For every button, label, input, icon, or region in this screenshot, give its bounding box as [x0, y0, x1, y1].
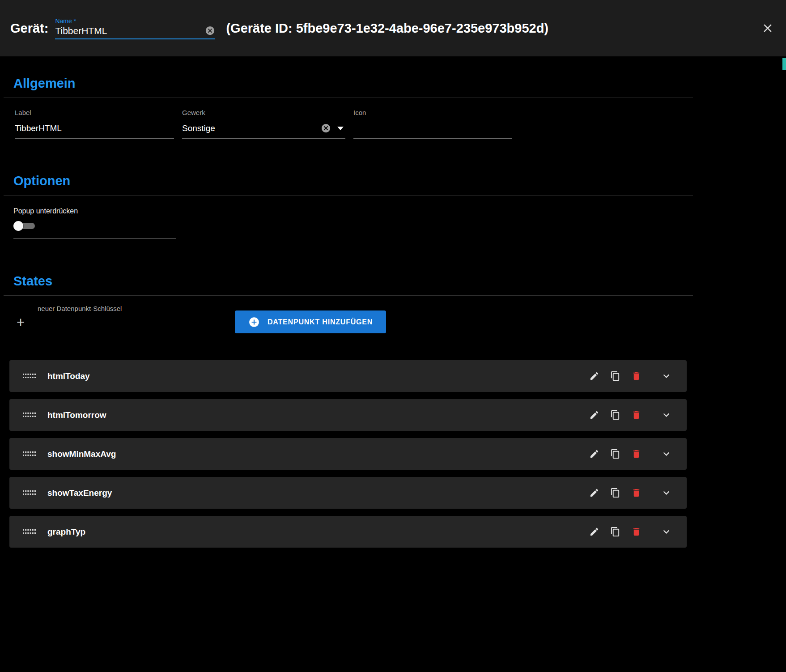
name-field-label: Name * [55, 17, 215, 25]
clear-gewerk-icon[interactable] [321, 123, 331, 133]
add-datapoint-button-label: DATENPUNKT HINZUFÜGEN [268, 318, 373, 326]
close-icon[interactable] [761, 21, 774, 35]
label-field: Label [15, 109, 174, 139]
chevron-glyph [660, 487, 672, 499]
duplicate-glyph [610, 371, 620, 381]
drag-dots-glyph [23, 451, 36, 457]
state-name: showTaxEnergy [47, 488, 112, 498]
section-divider [4, 295, 693, 296]
device-name-field: Name * [55, 17, 215, 39]
delete-icon[interactable] [626, 521, 647, 542]
edit-icon[interactable] [584, 482, 605, 503]
delete-icon[interactable] [626, 366, 647, 387]
cancel-circle-icon [321, 123, 331, 133]
pencil-glyph [589, 527, 599, 537]
edit-icon[interactable] [584, 404, 605, 425]
dialog-title: Gerät: [10, 21, 48, 36]
gewerk-field-label: Gewerk [182, 109, 345, 116]
icon-field-underline [353, 118, 512, 139]
trash-glyph [631, 449, 642, 459]
drag-dots-glyph [23, 529, 36, 535]
pencil-glyph [589, 488, 599, 498]
state-name: showMinMaxAvg [47, 449, 116, 459]
background-fragment [782, 58, 786, 70]
row-actions [584, 443, 677, 464]
new-datapoint-label: neuer Datenpunkt-Schlüssel [38, 305, 122, 312]
copy-icon[interactable] [605, 521, 626, 542]
drag-handle-icon[interactable] [23, 451, 36, 457]
chevron-glyph [660, 370, 672, 382]
copy-icon[interactable] [605, 366, 626, 387]
popup-toggle-block: Popup unterdrücken [13, 207, 176, 239]
clear-name-icon[interactable] [205, 26, 215, 36]
trash-glyph [631, 410, 642, 420]
edit-icon[interactable] [584, 366, 605, 387]
label-input[interactable] [15, 123, 174, 133]
drag-dots-glyph [23, 412, 36, 418]
copy-icon[interactable] [605, 443, 626, 464]
state-row: htmlTomorrow [9, 399, 687, 431]
trash-glyph [631, 488, 642, 498]
delete-icon[interactable] [626, 404, 647, 425]
chevron-down-icon[interactable] [656, 482, 677, 503]
drag-handle-icon[interactable] [23, 529, 36, 535]
label-field-label: Label [15, 109, 174, 116]
chevron-down-icon[interactable] [656, 366, 677, 387]
drag-handle-icon[interactable] [23, 490, 36, 496]
chevron-glyph [660, 526, 672, 538]
icon-field: Icon [353, 109, 512, 139]
chevron-down-icon[interactable] [656, 521, 677, 542]
new-datapoint-input[interactable] [38, 320, 221, 330]
state-row: showMinMaxAvg [9, 438, 687, 470]
chevron-down-icon[interactable] [337, 127, 344, 130]
copy-icon[interactable] [605, 404, 626, 425]
section-title-allgemein: Allgemein [13, 76, 786, 91]
label-field-underline [15, 118, 174, 139]
plus-icon: + [17, 315, 25, 329]
row-actions [584, 404, 677, 425]
duplicate-glyph [610, 527, 620, 537]
gewerk-field: Gewerk Sonstige [182, 109, 345, 139]
state-row: showTaxEnergy [9, 477, 687, 509]
row-actions [584, 482, 677, 503]
duplicate-glyph [610, 449, 620, 459]
state-name: htmlTomorrow [47, 410, 106, 420]
chevron-down-icon[interactable] [656, 443, 677, 464]
delete-icon[interactable] [626, 443, 647, 464]
toggle-thumb[interactable] [13, 221, 23, 231]
chevron-glyph [660, 448, 672, 460]
section-title-states: States [13, 274, 786, 289]
pencil-glyph [589, 449, 599, 459]
drag-handle-icon[interactable] [23, 373, 36, 379]
add-datapoint-button[interactable]: DATENPUNKT HINZUFÜGEN [235, 310, 386, 333]
drag-handle-icon[interactable] [23, 412, 36, 418]
state-row: htmlToday [9, 360, 687, 392]
gewerk-select[interactable]: Sonstige [182, 118, 345, 139]
close-x-glyph [761, 21, 774, 35]
chevron-glyph [660, 409, 672, 421]
drag-dots-glyph [23, 490, 36, 496]
row-actions [584, 521, 677, 542]
name-input[interactable] [55, 26, 205, 36]
icon-field-label: Icon [353, 109, 512, 116]
icon-input[interactable] [353, 123, 512, 133]
state-rows: htmlToday htmlTomorrow showMinMaxAvg [0, 360, 786, 548]
add-datapoint-row: + neuer Datenpunkt-Schlüssel DATENPUNKT … [15, 301, 786, 334]
section-divider [4, 98, 693, 98]
edit-icon[interactable] [584, 521, 605, 542]
device-id: (Geräte ID: 5fbe9e73-1e32-4abe-96e7-235e… [226, 21, 548, 36]
trash-glyph [631, 527, 642, 537]
drag-dots-glyph [23, 373, 36, 379]
dialog-header: Gerät: Name * (Geräte ID: 5fbe9e73-1e32-… [0, 0, 786, 56]
edit-icon[interactable] [584, 443, 605, 464]
name-input-row [55, 26, 215, 39]
section-title-optionen: Optionen [13, 174, 786, 188]
popup-toggle-label: Popup unterdrücken [13, 207, 176, 215]
copy-icon[interactable] [605, 482, 626, 503]
trash-glyph [631, 371, 642, 381]
delete-icon[interactable] [626, 482, 647, 503]
gewerk-value: Sonstige [182, 123, 321, 133]
popup-toggle[interactable] [13, 221, 39, 231]
chevron-down-icon[interactable] [656, 404, 677, 425]
duplicate-glyph [610, 410, 620, 420]
